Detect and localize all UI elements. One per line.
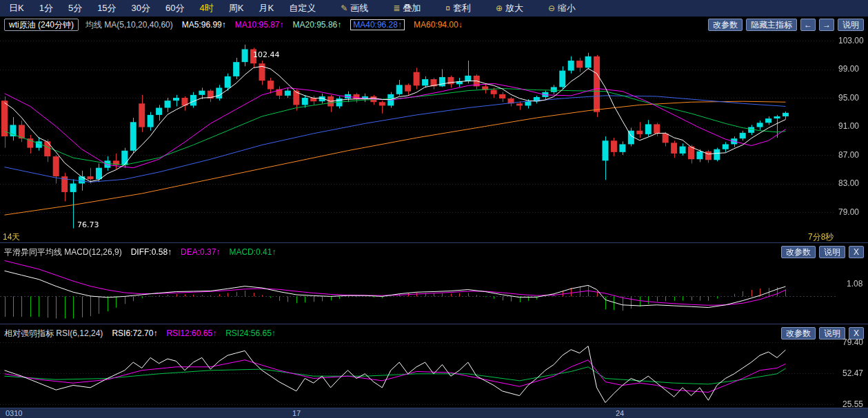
layers-icon: ≣ <box>393 3 400 13</box>
period-1min[interactable]: 1分 <box>32 0 61 17</box>
ma-group-label: 均线 MA(5,10,20,40,60) <box>85 19 173 31</box>
overlay-label: 叠加 <box>403 3 421 13</box>
main-header-buttons: 改参数 隐藏主指标 ← → 说明 <box>708 19 864 31</box>
macd-chart-canvas[interactable] <box>0 259 868 324</box>
divider <box>0 242 868 243</box>
zoom-in-icon: ⊕ <box>496 3 503 13</box>
price-axis-label: 87.00 <box>838 150 859 160</box>
zoom-out-label: 缩小 <box>558 3 576 13</box>
overlay-button[interactable]: ≣叠加 <box>385 0 428 17</box>
ma20-value: MA20:95.86↑ <box>293 20 342 30</box>
prev-arrow-button[interactable]: ← <box>800 19 816 31</box>
ma60-value: MA60:94.00↓ <box>414 20 463 30</box>
rsi6-value: RSI6:72.70↑ <box>112 328 157 338</box>
period-4hour[interactable]: 4时 <box>192 0 221 17</box>
period-weekly-k[interactable]: 周K <box>221 0 252 17</box>
rsi12-value: RSI12:60.65↑ <box>166 328 216 338</box>
bar-countdown-label: 7分8秒 <box>808 231 834 243</box>
rsi-chart-canvas[interactable] <box>0 342 868 408</box>
moneybag-icon: ¤ <box>445 3 450 13</box>
instrument-label: wti原油 (240分钟) <box>4 19 79 31</box>
time-axis-label: 0310 <box>6 409 22 417</box>
rsi-title: 相对强弱指标 RSI(6,12,24) <box>4 328 103 339</box>
zoom-in-label: 放大 <box>505 3 523 13</box>
macd-header: 平滑异同平均线 MACD(12,26,9) DIFF:0.58↑ DEA:0.3… <box>4 245 864 259</box>
rsi-edit-params-button[interactable]: 改参数 <box>781 327 816 339</box>
price-axis-label: 99.00 <box>838 64 859 74</box>
draw-line-label: 画线 <box>350 3 368 13</box>
price-axis-label: 83.00 <box>838 178 859 188</box>
zoom-out-button[interactable]: ⊖缩小 <box>541 0 583 17</box>
diff-value: DIFF:0.58↑ <box>131 247 172 257</box>
toolbar: 日K 1分 5分 15分 30分 60分 4时 周K 月K 自定义 ✎画线 ≣叠… <box>0 0 868 17</box>
period-60min[interactable]: 60分 <box>158 0 192 17</box>
macd-header-buttons: 改参数 说明 X <box>781 246 864 258</box>
rsi-help-button[interactable]: 说明 <box>819 327 845 339</box>
edit-params-button[interactable]: 改参数 <box>708 19 743 31</box>
dea-value: DEA:0.37↑ <box>181 247 220 257</box>
time-axis-label: 17 <box>292 409 301 417</box>
macd-edit-params-button[interactable]: 改参数 <box>781 246 816 258</box>
rsi24-value: RSI24:56.65↑ <box>225 328 276 338</box>
ma40-value: MA40:96.28↑ <box>350 19 405 30</box>
period-5min[interactable]: 5分 <box>61 0 90 17</box>
rsi-header: 相对强弱指标 RSI(6,12,24) RSI6:72.70↑ RSI12:60… <box>4 326 864 340</box>
price-axis-label: 79.00 <box>838 207 859 217</box>
period-15min[interactable]: 15分 <box>90 0 123 17</box>
arbitrage-button[interactable]: ¤套利 <box>438 0 478 17</box>
next-arrow-button[interactable]: → <box>819 19 834 31</box>
help-button[interactable]: 说明 <box>838 19 864 31</box>
period-daily-k[interactable]: 日K <box>1 0 32 17</box>
arbitrage-label: 套利 <box>453 3 471 13</box>
price-axis-label: 103.00 <box>838 36 864 45</box>
time-axis-bar: 0310 17 24 <box>0 408 868 418</box>
pencil-icon: ✎ <box>341 3 347 13</box>
period-custom[interactable]: 自定义 <box>281 0 323 17</box>
period-count-label: 14天 <box>3 231 20 243</box>
main-chart-header: wti原油 (240分钟) 均线 MA(5,10,20,40,60) MA5:9… <box>4 18 864 32</box>
macd-title: 平滑异同平均线 MACD(12,26,9) <box>4 247 122 258</box>
macd-help-button[interactable]: 说明 <box>819 246 845 258</box>
time-axis-label: 24 <box>616 409 624 417</box>
rsi-axis-label: 79.40 <box>842 337 863 347</box>
period-30min[interactable]: 30分 <box>124 0 158 17</box>
macd-value: MACD:0.41↑ <box>229 247 276 257</box>
price-axis-label: 91.00 <box>838 121 859 131</box>
zoom-out-icon: ⊖ <box>548 3 555 13</box>
period-monthly-k[interactable]: 月K <box>251 0 281 17</box>
price-axis-label: 95.00 <box>838 93 859 103</box>
hide-main-indicator-button[interactable]: 隐藏主指标 <box>746 19 797 31</box>
macd-axis-label: 1.08 <box>847 279 862 289</box>
rsi-axis-label: 52.47 <box>842 368 863 378</box>
zoom-in-button[interactable]: ⊕放大 <box>488 0 531 17</box>
macd-close-button[interactable]: X <box>849 246 864 258</box>
ma10-value: MA10:95.87↑ <box>235 20 284 30</box>
ma5-value: MA5:96.99↑ <box>182 20 226 30</box>
draw-line-button[interactable]: ✎画线 <box>333 0 376 17</box>
divider <box>0 324 868 324</box>
main-chart-canvas[interactable] <box>0 34 868 234</box>
